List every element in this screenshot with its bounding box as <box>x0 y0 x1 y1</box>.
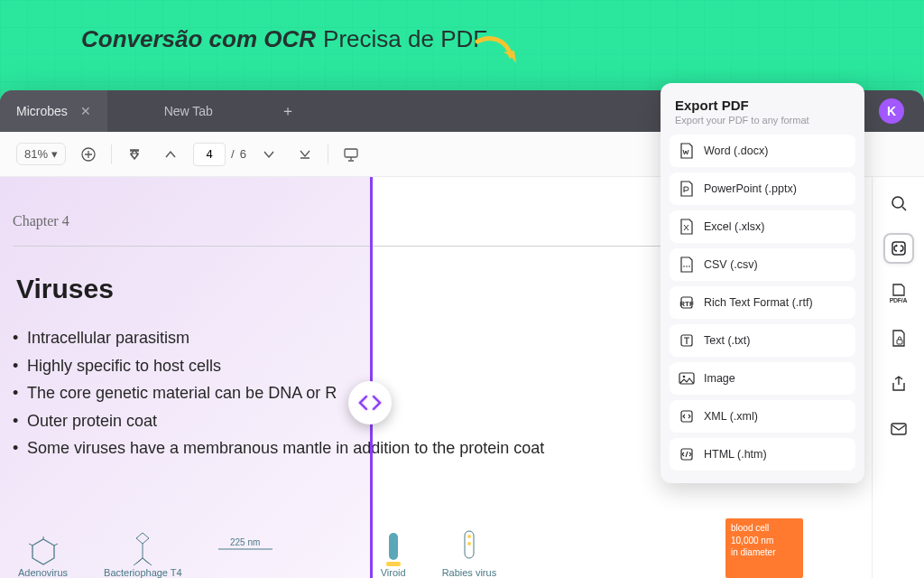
svg-text:RTF: RTF <box>679 300 694 308</box>
svg-point-20 <box>686 266 688 267</box>
compare-slider-handle[interactable] <box>348 381 392 424</box>
export-xml[interactable]: XML (.xml) <box>670 400 855 433</box>
mail-icon[interactable] <box>883 414 914 444</box>
page-total: 6 <box>240 147 246 161</box>
page-indicator: / 6 <box>193 143 246 166</box>
svg-rect-18 <box>892 424 906 434</box>
svg-point-14 <box>892 197 903 208</box>
close-icon[interactable]: ✕ <box>80 104 91 118</box>
image-icon <box>679 370 695 387</box>
next-page-button[interactable] <box>255 141 282 168</box>
svg-rect-17 <box>897 340 902 344</box>
svg-point-26 <box>683 376 686 378</box>
zoom-dropdown[interactable]: 81% ▾ <box>16 143 66 165</box>
prev-page-button[interactable] <box>157 141 184 168</box>
presentation-button[interactable] <box>337 141 365 168</box>
text-icon <box>679 332 695 349</box>
export-title: Export PDF <box>670 96 855 115</box>
tab-label: New Tab <box>164 104 213 118</box>
export-image[interactable]: Image <box>670 362 855 395</box>
ppt-icon <box>679 181 695 197</box>
svg-line-15 <box>902 207 906 210</box>
csv-icon <box>679 256 695 273</box>
compare-slider-line <box>370 177 373 578</box>
export-subtitle: Export your PDF to any format <box>670 115 855 135</box>
export-powerpoint[interactable]: PowerPoint (.pptx) <box>670 172 855 205</box>
search-icon[interactable] <box>883 188 914 219</box>
svg-marker-6 <box>136 533 149 544</box>
svg-line-5 <box>29 544 32 545</box>
word-icon <box>679 143 695 159</box>
svg-rect-10 <box>386 562 401 566</box>
sticky-note: blood cell 10,000 nm in diameter <box>725 518 803 578</box>
add-tab-button[interactable]: ＋ <box>270 90 306 132</box>
chevron-down-icon: ▾ <box>51 147 58 161</box>
zoom-value: 81% <box>24 147 48 161</box>
pdfa-icon[interactable]: PDF/A <box>883 278 914 309</box>
svg-point-12 <box>467 535 471 538</box>
export-excel[interactable]: Excel (.xlsx) <box>670 210 855 243</box>
first-page-button[interactable] <box>121 141 148 168</box>
export-text[interactable]: Text (.txt) <box>670 324 855 357</box>
avatar[interactable]: K <box>879 98 904 124</box>
right-rail: PDF/A <box>872 177 924 578</box>
svg-rect-9 <box>389 533 398 560</box>
export-html[interactable]: HTML (.htm) <box>670 438 855 471</box>
arrow-icon <box>473 33 522 76</box>
share-icon[interactable] <box>883 368 914 399</box>
rtf-icon: RTF <box>679 294 695 311</box>
svg-point-13 <box>467 542 471 545</box>
export-csv[interactable]: CSV (.csv) <box>670 248 855 281</box>
export-panel: Export PDF Export your PDF to any format… <box>661 83 864 483</box>
promo-headline: Conversão com OCR Precisa de PDF <box>81 25 487 53</box>
convert-icon[interactable] <box>883 233 914 264</box>
svg-point-19 <box>683 266 685 267</box>
last-page-button[interactable] <box>291 141 319 168</box>
tab-new[interactable]: New Tab <box>107 90 270 132</box>
svg-marker-2 <box>32 539 54 564</box>
tab-label: Microbes <box>16 104 68 118</box>
zoom-in-button[interactable] <box>75 141 102 168</box>
xml-icon <box>679 408 695 424</box>
svg-rect-1 <box>345 149 357 157</box>
html-icon <box>679 446 695 462</box>
tab-microbes[interactable]: Microbes ✕ <box>0 90 107 132</box>
export-word[interactable]: Word (.docx) <box>670 135 855 167</box>
page-input[interactable] <box>193 143 226 166</box>
excel-icon <box>679 219 695 235</box>
lock-file-icon[interactable] <box>883 323 914 354</box>
svg-line-4 <box>54 544 58 545</box>
svg-point-21 <box>688 266 690 267</box>
export-rtf[interactable]: RTFRich Text Format (.rtf) <box>670 286 855 319</box>
